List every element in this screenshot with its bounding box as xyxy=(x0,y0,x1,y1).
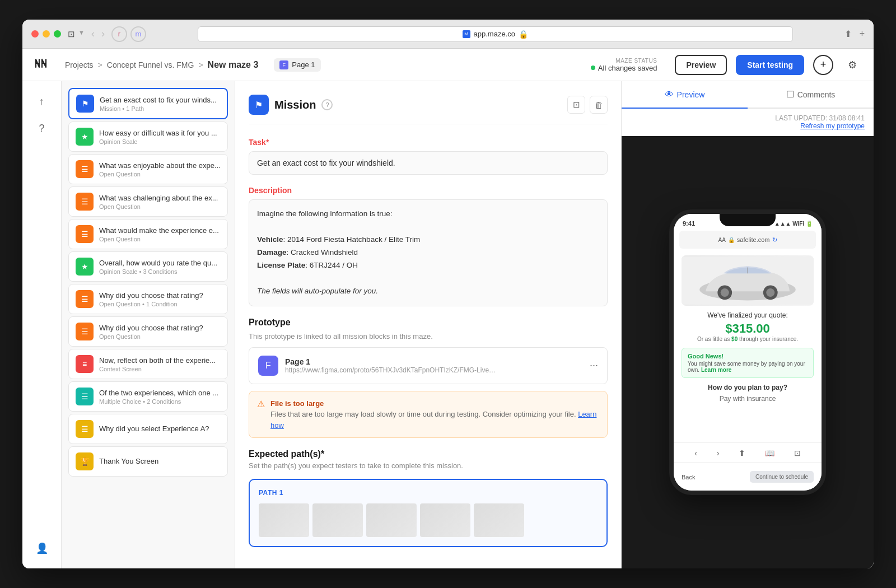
step-icon-open5: ☰ xyxy=(76,323,94,340)
main-content: ↑ ? 👤 ⚑ Get an exact cost to fix your wi… xyxy=(22,81,874,568)
price-section: We've finalized your quote: $315.00 Or a… xyxy=(682,311,814,342)
path-thumb-2[interactable] xyxy=(312,503,363,537)
breadcrumb-current: New maze 3 xyxy=(208,60,259,70)
step-item-6[interactable]: ★ Overall, how would you rate the qu... … xyxy=(68,251,228,282)
mission-block-icon: ⚑ xyxy=(249,95,269,115)
add-button[interactable]: + xyxy=(813,55,833,75)
prototype-card[interactable]: F Page 1 https://www.figma.com/proto/56T… xyxy=(249,347,608,384)
preview-button[interactable]: Preview xyxy=(675,55,727,75)
phone-forward-nav-icon[interactable]: › xyxy=(717,449,720,458)
phone-screen: 9:41 ▲▲▲ WiFi 🔋 AA 🔒 safelite.com ↻ xyxy=(674,214,822,491)
prototype-menu-icon[interactable]: ··· xyxy=(590,360,598,371)
phone-mockup: 9:41 ▲▲▲ WiFi 🔋 AA 🔒 safelite.com ↻ xyxy=(669,209,826,495)
step-item-11[interactable]: ☰ Why did you select Experience A? xyxy=(68,414,228,444)
good-news-text: You might save some money by paying on y… xyxy=(688,361,808,373)
user-avatar-m: m xyxy=(130,26,146,42)
duplicate-button[interactable]: ⊡ xyxy=(567,96,585,114)
prototype-subtitle: This prototype is linked to all mission … xyxy=(249,332,608,340)
step-item-1[interactable]: ⚑ Get an exact cost to fix your winds...… xyxy=(68,88,228,119)
path-thumbnails xyxy=(259,503,598,537)
step-text-2: How easy or difficult was it for you ...… xyxy=(99,129,221,145)
start-testing-button[interactable]: Start testing xyxy=(736,55,804,75)
preview-panel: 👁 Preview ☐ Comments LAST UPDATED: 31/08… xyxy=(622,81,874,568)
warning-title: File is too large xyxy=(270,399,324,408)
step-title-10: Of the two experiences, which one ... xyxy=(99,389,221,397)
step-icon-open3: ☰ xyxy=(76,225,94,243)
new-tab-icon[interactable]: + xyxy=(860,29,865,39)
step-icon-multiple: ☰ xyxy=(76,388,94,405)
close-button[interactable] xyxy=(31,30,39,38)
maximize-button[interactable] xyxy=(54,30,61,38)
block-actions: ⊡ 🗑 xyxy=(567,96,608,114)
step-item-4[interactable]: ☰ What was challenging about the ex... O… xyxy=(68,186,228,217)
price-sub: Or as little as $0 through your insuranc… xyxy=(682,336,814,342)
nav-help-icon[interactable]: ? xyxy=(31,117,53,139)
breadcrumb-projects[interactable]: Projects xyxy=(65,60,94,69)
step-title-3: What was enjoyable about the expe... xyxy=(99,161,221,170)
step-item-2[interactable]: ★ How easy or difficult was it for you .… xyxy=(68,122,228,152)
step-icon-mission: ⚑ xyxy=(76,95,94,113)
last-updated-text: LAST UPDATED: 31/08 08:41 xyxy=(775,114,865,122)
step-item-3[interactable]: ☰ What was enjoyable about the expe... O… xyxy=(68,154,228,184)
step-item-12[interactable]: 🏆 Thank You Screen xyxy=(68,446,228,477)
prototype-section-title: Prototype xyxy=(249,318,608,328)
aa-label: AA xyxy=(718,237,725,243)
phone-url: safelite.com xyxy=(737,236,770,243)
back-icon[interactable]: ‹ xyxy=(91,28,95,40)
task-input[interactable] xyxy=(249,151,608,175)
page-badge-label: Page 1 xyxy=(292,60,315,69)
share-icon[interactable]: ⬆ xyxy=(844,29,852,39)
tab-comments-label: Comments xyxy=(797,90,836,99)
phone-tabs-nav-icon[interactable]: ⊡ xyxy=(794,449,801,458)
step-subtitle-5: Open Question xyxy=(99,236,221,242)
phone-bookmark-nav-icon[interactable]: 📖 xyxy=(765,449,774,458)
path-thumb-1[interactable] xyxy=(259,503,309,537)
phone-back-nav-icon[interactable]: ‹ xyxy=(694,449,697,458)
step-title-6: Overall, how would you rate the qu... xyxy=(99,259,221,267)
settings-button[interactable]: ⚙ xyxy=(842,55,862,75)
breadcrumb-maze[interactable]: Concept Funnel vs. FMG xyxy=(107,60,194,69)
step-item-7[interactable]: ☰ Why did you choose that rating? Open Q… xyxy=(68,284,228,314)
path-thumb-5[interactable] xyxy=(474,503,524,537)
minimize-button[interactable] xyxy=(43,30,50,38)
pay-option: Pay with insurance xyxy=(682,395,814,403)
nav-user-icon[interactable]: 👤 xyxy=(31,537,53,559)
address-bar[interactable]: M app.maze.co 🔒 xyxy=(198,26,793,42)
tab-comments[interactable]: ☐ Comments xyxy=(748,81,874,108)
forward-icon[interactable]: › xyxy=(101,28,105,40)
nav-up-icon[interactable]: ↑ xyxy=(31,90,53,113)
phone-time: 9:41 xyxy=(683,220,695,227)
page-badge[interactable]: F Page 1 xyxy=(274,58,320,72)
phone-share-nav-icon[interactable]: ⬆ xyxy=(739,449,745,458)
sidebar-toggle[interactable]: ⊡ ▼ xyxy=(68,29,85,39)
prototype-url: https://www.figma.com/proto/56THXJv3dKTa… xyxy=(285,366,498,374)
step-text-12: Thank You Screen xyxy=(99,457,221,466)
phone-continue-button[interactable]: Continue to schedule xyxy=(750,471,814,483)
block-title: Mission xyxy=(274,99,316,111)
step-subtitle-9: Context Screen xyxy=(99,366,221,372)
step-title-5: What would make the experience e... xyxy=(99,226,221,235)
step-icon-opinion2: ★ xyxy=(76,258,94,276)
step-item-10[interactable]: ☰ Of the two experiences, which one ... … xyxy=(68,381,228,412)
delete-button[interactable]: 🗑 xyxy=(590,96,608,114)
path-thumb-3[interactable] xyxy=(366,503,417,537)
expected-paths-label: Expected path(s) xyxy=(249,449,321,459)
preview-content: 9:41 ▲▲▲ WiFi 🔋 AA 🔒 safelite.com ↻ xyxy=(622,136,874,568)
app-header: Projects > Concept Funnel vs. FMG > New … xyxy=(22,49,874,81)
traffic-lights xyxy=(31,30,61,38)
learn-more-link[interactable]: Learn more xyxy=(701,367,731,373)
step-text-5: What would make the experience e... Open… xyxy=(99,226,221,242)
description-field[interactable]: Imagine the following information is tru… xyxy=(249,199,608,306)
phone-back-button[interactable]: Back xyxy=(682,474,695,480)
info-icon[interactable]: ? xyxy=(321,99,333,110)
expected-paths-required: * xyxy=(321,449,324,459)
steps-list: ⚑ Get an exact cost to fix your winds...… xyxy=(62,81,235,568)
step-item-8[interactable]: ☰ Why did you choose that rating? Open Q… xyxy=(68,316,228,347)
url-text: app.maze.co xyxy=(474,30,515,38)
step-item-9[interactable]: ≡ Now, reflect on both of the experie...… xyxy=(68,349,228,379)
step-item-5[interactable]: ☰ What would make the experience e... Op… xyxy=(68,219,228,249)
tab-preview[interactable]: 👁 Preview xyxy=(622,81,748,109)
phone-content: We've finalized your quote: $315.00 Or a… xyxy=(674,249,822,409)
refresh-link[interactable]: Refresh my prototype xyxy=(631,122,865,130)
path-thumb-4[interactable] xyxy=(420,503,470,537)
